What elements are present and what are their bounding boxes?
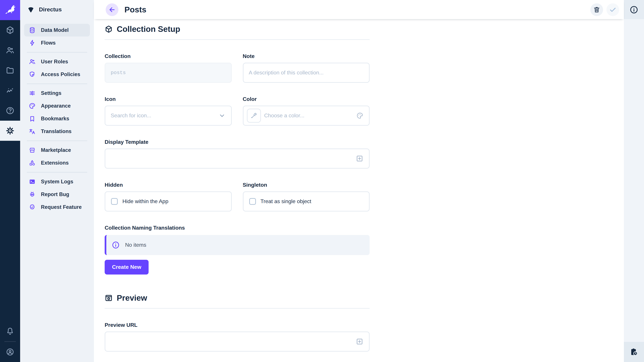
bell-icon	[6, 327, 14, 336]
preview-url-label: Preview URL	[105, 322, 370, 328]
preview-url-input[interactable]	[111, 339, 352, 345]
color-swatch-button[interactable]	[247, 109, 261, 123]
project-header[interactable]: Directus	[20, 0, 94, 19]
sidebar-item-translations[interactable]: Translations	[24, 125, 90, 138]
singleton-checkbox-label: Treat as single object	[260, 198, 311, 204]
palette-icon	[29, 103, 36, 109]
collection-setup-fields: Collection Note Icon	[105, 53, 370, 212]
icon-select[interactable]	[105, 106, 232, 126]
hidden-checkbox[interactable]	[111, 198, 118, 205]
sidebar-item-request-feature[interactable]: Request Feature	[24, 201, 90, 214]
icon-search-input[interactable]	[111, 113, 215, 119]
sidebar-divider	[27, 52, 87, 53]
preview-heading: Preview	[105, 293, 624, 303]
page-header: Posts	[94, 0, 624, 19]
module-help-button[interactable]	[0, 100, 20, 121]
sidebar-item-flows[interactable]: Flows	[24, 36, 90, 49]
box-icon	[6, 26, 14, 34]
sidebar-item-marketplace[interactable]: Marketplace	[24, 144, 90, 157]
module-content-button[interactable]	[0, 20, 20, 40]
no-items-notice: No items	[105, 235, 370, 255]
display-template-input-wrap[interactable]	[105, 148, 370, 169]
notifications-button[interactable]	[0, 321, 20, 341]
sidebar-item-label: Report Bug	[41, 191, 69, 197]
preview-url-input-wrap[interactable]	[105, 332, 370, 352]
delete-collection-button[interactable]	[590, 3, 603, 16]
right-sidebar-spacer	[624, 19, 644, 342]
directus-logo-button[interactable]	[0, 0, 20, 20]
arrow-left-icon	[108, 6, 116, 13]
collection-settings-form: Collection Setup Collection Note	[94, 19, 624, 362]
tune-icon	[29, 90, 36, 96]
singleton-toggle-row[interactable]: Treat as single object	[243, 191, 370, 212]
storefront-icon	[29, 147, 36, 153]
field-collection: Collection	[105, 53, 232, 83]
trash-icon	[593, 6, 600, 13]
palette-icon[interactable]	[356, 112, 364, 119]
field-preview-url: Preview URL	[105, 322, 370, 352]
sidebar-item-appearance[interactable]: Appearance	[24, 99, 90, 112]
sidebar-item-extensions[interactable]: Extensions	[24, 157, 90, 169]
sidebar-item-label: Access Policies	[41, 71, 80, 77]
hidden-toggle-row[interactable]: Hide within the App	[105, 191, 232, 212]
module-bar	[0, 0, 20, 362]
create-new-button[interactable]: Create New	[105, 260, 148, 275]
field-singleton: Singleton Treat as single object	[243, 182, 370, 212]
sidebar-item-label: System Logs	[41, 179, 73, 185]
preview-fields: Preview URL	[105, 322, 370, 352]
preview-icon	[105, 294, 113, 302]
add-box-icon[interactable]	[356, 155, 364, 163]
color-input[interactable]	[264, 113, 353, 119]
category-icon	[29, 160, 36, 166]
note-input-wrap	[243, 63, 370, 83]
database-icon	[29, 27, 36, 33]
module-files-button[interactable]	[0, 60, 20, 80]
new-releases-icon	[29, 204, 36, 211]
sidebar-item-report-bug[interactable]: Report Bug	[24, 188, 90, 201]
project-name: Directus	[39, 6, 62, 13]
sidebar-item-data-model[interactable]: Data Model	[24, 24, 90, 36]
bolt-icon	[29, 39, 36, 46]
sidebar-item-label: Translations	[41, 128, 72, 134]
module-settings-button[interactable]	[0, 121, 20, 141]
sidebar-divider	[27, 140, 87, 141]
sidebar-item-label: Request Feature	[41, 204, 82, 210]
sidebar-item-user-roles[interactable]: User Roles	[24, 55, 90, 68]
collection-setup-heading: Collection Setup	[105, 24, 624, 34]
info-icon	[630, 5, 638, 14]
people-icon	[29, 58, 36, 65]
field-hidden: Hidden Hide within the App	[105, 182, 232, 212]
page-info-button[interactable]	[624, 0, 644, 19]
terminal-icon	[29, 178, 36, 185]
module-insights-button[interactable]	[0, 80, 20, 100]
account-button[interactable]	[0, 342, 20, 362]
back-button[interactable]	[106, 3, 118, 16]
add-box-icon[interactable]	[356, 338, 364, 346]
save-button[interactable]	[606, 3, 619, 16]
sidebar-divider	[27, 83, 87, 84]
color-field-label: Color	[243, 96, 370, 102]
color-input-wrap	[243, 106, 370, 126]
page-title: Posts	[124, 5, 146, 14]
revisions-button[interactable]	[624, 342, 644, 362]
field-note: Note	[243, 53, 370, 83]
icon-field-label: Icon	[105, 96, 232, 102]
module-bar-spacer	[0, 141, 20, 321]
sidebar-divider	[27, 172, 87, 173]
field-icon: Icon	[105, 96, 232, 126]
sidebar-item-label: Settings	[41, 90, 62, 96]
sidebar-item-system-logs[interactable]: System Logs	[24, 175, 90, 188]
singleton-checkbox[interactable]	[249, 198, 256, 205]
account-circle-icon	[6, 348, 14, 356]
module-users-button[interactable]	[0, 40, 20, 60]
display-template-input[interactable]	[111, 156, 352, 162]
sidebar-item-access-policies[interactable]: Access Policies	[24, 68, 90, 81]
chevron-down-icon[interactable]	[218, 112, 226, 119]
app: Directus Data Model Flows	[0, 0, 644, 362]
translate-icon	[29, 128, 36, 135]
collection-field-label: Collection	[105, 53, 232, 59]
gear-icon	[6, 126, 14, 135]
sidebar-item-settings[interactable]: Settings	[24, 87, 90, 99]
sidebar-item-bookmarks[interactable]: Bookmarks	[24, 112, 90, 125]
note-input[interactable]	[249, 70, 364, 76]
